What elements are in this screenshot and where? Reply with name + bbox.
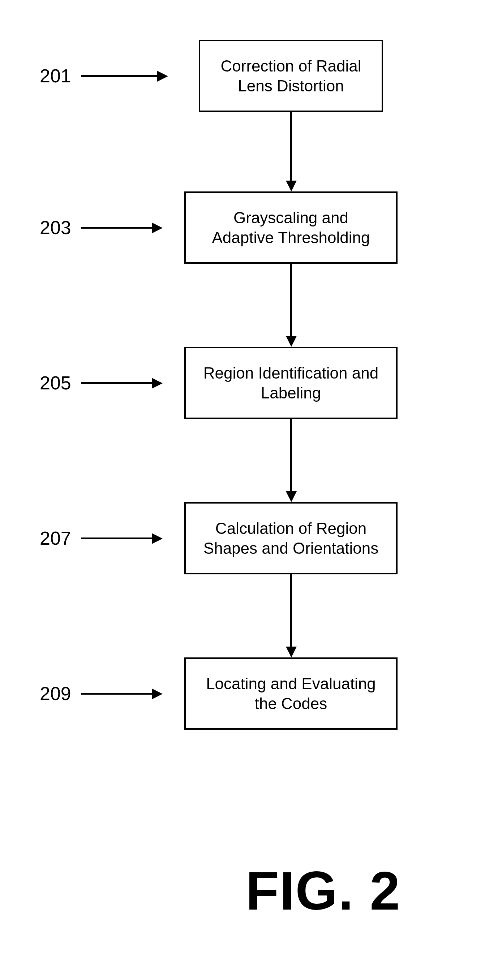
text-line: Lens Distortion (238, 77, 344, 95)
ref-arrow-line (81, 75, 157, 77)
ref-arrow-head (152, 378, 163, 389)
figure-caption: FIG. 2 (246, 860, 401, 922)
flow-box-text: Calculation of Region Shapes and Orienta… (203, 519, 378, 558)
ref-arrow-line (81, 538, 152, 539)
ref-arrow-line (81, 382, 152, 384)
flow-arrow-line (290, 574, 292, 647)
ref-label-201: 201 (40, 65, 71, 87)
flow-box-207: Calculation of Region Shapes and Orienta… (184, 502, 397, 574)
flow-box-209: Locating and Evaluating the Codes (184, 657, 397, 730)
ref-arrow-head (152, 533, 163, 544)
flow-arrow-head (286, 181, 297, 191)
flow-box-205: Region Identification and Labeling (184, 347, 397, 419)
ref-label-205: 205 (40, 372, 71, 394)
text-line: the Codes (255, 695, 327, 712)
ref-label-203: 203 (40, 217, 71, 239)
ref-arrow-head (157, 71, 168, 82)
flow-box-203: Grayscaling and Adaptive Thresholding (184, 191, 397, 264)
text-line: Shapes and Orientations (203, 539, 378, 557)
text-line: Adaptive Thresholding (212, 229, 370, 247)
ref-arrow-line (81, 227, 152, 229)
text-line: Grayscaling and (233, 209, 348, 226)
flow-box-201: Correction of Radial Lens Distortion (199, 40, 383, 112)
ref-label-209: 209 (40, 683, 71, 705)
flow-box-text: Region Identification and Labeling (203, 363, 378, 403)
text-line: Region Identification and (203, 364, 378, 382)
flowchart-canvas: Correction of Radial Lens Distortion 201… (0, 0, 485, 980)
flow-box-text: Correction of Radial Lens Distortion (221, 56, 361, 96)
flow-arrow-line (290, 112, 292, 181)
text-line: Labeling (261, 384, 321, 402)
flow-box-text: Grayscaling and Adaptive Thresholding (212, 208, 370, 247)
ref-label-207: 207 (40, 527, 71, 549)
flow-arrow-head (286, 491, 297, 502)
text-line: Locating and Evaluating (206, 675, 376, 692)
flow-arrow-head (286, 336, 297, 347)
text-line: Correction of Radial (221, 57, 361, 75)
flow-arrow-line (290, 264, 292, 336)
text-line: Calculation of Region (215, 519, 367, 537)
ref-arrow-head (152, 223, 163, 233)
flow-arrow-head (286, 647, 297, 657)
flow-box-text: Locating and Evaluating the Codes (206, 674, 376, 713)
ref-arrow-head (152, 689, 163, 699)
ref-arrow-line (81, 693, 152, 695)
flow-arrow-line (290, 419, 292, 491)
